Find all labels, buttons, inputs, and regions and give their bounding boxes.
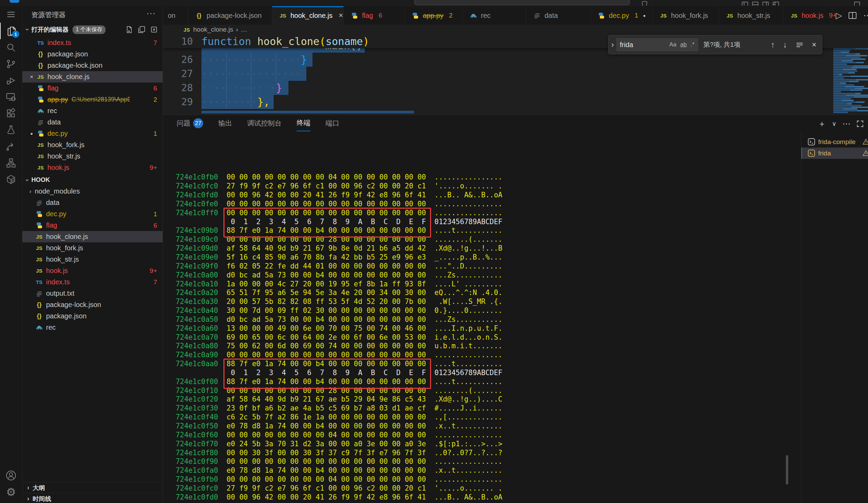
tab-hook-fork-js[interactable]: JShook_fork.js (653, 6, 719, 25)
activity-item-hierarchy[interactable] (0, 155, 22, 171)
find-in-selection-icon[interactable] (795, 41, 804, 49)
tree-item[interactable]: output.txt (22, 288, 163, 299)
panel-tab-端口[interactable]: 端口 (326, 115, 339, 131)
activity-item-settings[interactable]: ⚙ (0, 484, 22, 500)
open-editor-item[interactable]: ×JShook_clone.js (22, 71, 163, 83)
terminal-row: 724e1c0aa0 88 7f e0 1a 74 00 00 b4 00 00… (176, 360, 502, 369)
close-all-icon[interactable] (150, 26, 158, 33)
maximize-panel-icon[interactable] (856, 120, 864, 127)
tab-hook-clone-js[interactable]: JShook_clone.js× (272, 6, 344, 25)
open-editor-item[interactable]: JShook_str.js (22, 151, 163, 162)
tab-dec-py[interactable]: dec.py1● (591, 6, 653, 25)
open-editor-item[interactable]: flag6 (22, 83, 163, 94)
open-editor-item[interactable]: rec (22, 105, 163, 116)
tab-close-icon[interactable]: × (339, 11, 343, 20)
terminal-instance-frida-compile[interactable]: frida-compile (801, 136, 868, 147)
open-editor-item[interactable]: ●dec.py1 (22, 128, 163, 139)
terminal-scrollbar[interactable] (786, 455, 788, 484)
split-editor-icon[interactable] (848, 11, 857, 20)
tab-on[interactable]: on (163, 6, 188, 25)
open-editor-item[interactable]: JShook.js9+ (22, 162, 163, 173)
find-input[interactable] (616, 41, 658, 49)
tab-data[interactable]: data (526, 6, 591, 25)
tab-rec[interactable]: rec (463, 6, 526, 25)
sidebar-more-actions[interactable]: ··· (146, 8, 156, 18)
whole-word-icon[interactable]: ab (680, 41, 687, 48)
tree-item[interactable]: JShook_fork.js (22, 243, 163, 254)
open-editor-item[interactable]: {}package.json (22, 49, 163, 60)
open-editors-header[interactable]: › 打开的编辑器 1 个未保存 (22, 23, 163, 37)
run-file-icon[interactable]: ▷ (836, 11, 842, 20)
more-actions-icon[interactable]: ⋯ (863, 11, 868, 20)
tree-item[interactable]: {}package-lock.json (22, 299, 163, 310)
close-icon[interactable]: × (27, 74, 36, 81)
breadcrumb-file[interactable]: hook_clone.js (193, 26, 233, 33)
activity-item-package[interactable] (0, 171, 22, 188)
tree-item[interactable]: TSindex.ts7 (22, 276, 163, 288)
activity-item-account[interactable] (0, 467, 22, 484)
tab-hook-js[interactable]: JShook.js9+ (783, 6, 832, 25)
toggle-sidebar-icon[interactable] (742, 1, 749, 6)
timeline-section[interactable]: › 时间线 (22, 493, 163, 503)
find-input-box[interactable]: Aa ab .* (616, 38, 699, 52)
activity-item-menu[interactable] (0, 6, 22, 23)
tree-item[interactable]: ›node_modules (22, 186, 163, 197)
toggle-secondary-sidebar-icon[interactable] (762, 1, 770, 6)
code-line[interactable]: 27················ (163, 67, 868, 81)
tree-item[interactable]: JShook_str.js (22, 254, 163, 265)
open-editor-item[interactable]: {}package-lock.json (22, 60, 163, 71)
activity-item-testing[interactable] (0, 122, 22, 138)
breadcrumb-rest[interactable]: … (241, 26, 248, 33)
terminal-dropdown-icon[interactable]: ∨ (832, 120, 836, 127)
find-close-icon[interactable]: × (812, 40, 816, 50)
tab-hook-str-js[interactable]: JShook_str.js (719, 6, 783, 25)
open-editor-item[interactable]: TSindex.ts7 (22, 37, 163, 49)
breadcrumb[interactable]: JS hook_clone.js › … (163, 25, 868, 34)
tree-item[interactable]: rec (22, 322, 163, 333)
tab-flag[interactable]: flag6 (344, 6, 405, 25)
layout-customize-icon[interactable] (773, 1, 780, 6)
panel-tab-终端[interactable]: 终端 (297, 115, 310, 131)
tree-item[interactable]: flag6 (22, 220, 163, 231)
regex-icon[interactable]: .* (691, 41, 694, 48)
panel-tab-问题[interactable]: 问题27 (177, 115, 203, 131)
new-terminal-icon[interactable]: ＋ (818, 118, 826, 129)
toggle-panel-icon[interactable] (752, 1, 760, 6)
open-editor-item[interactable]: data (22, 116, 163, 128)
tree-item[interactable]: data (22, 197, 163, 208)
command-center[interactable] (414, 0, 630, 5)
window-icon[interactable] (854, 1, 861, 6)
tree-item[interactable]: dec.py1 (22, 208, 163, 220)
find-prev-icon[interactable]: ↑ (771, 40, 775, 50)
activity-item-remote-explorer[interactable] (0, 89, 22, 105)
folder-header-hook[interactable]: › HOOK (22, 174, 163, 186)
tab-package-lock-json[interactable]: {}package-lock.json (188, 6, 272, 25)
new-file-icon[interactable] (125, 26, 133, 33)
match-case-icon[interactable]: Aa (669, 41, 676, 48)
panel-tab-调试控制台[interactable]: 调试控制台 (247, 115, 281, 131)
open-editor-item[interactable]: JShook_fork.js (22, 139, 163, 151)
activity-item-live-share[interactable] (0, 138, 22, 155)
code-line[interactable]: 28············} (163, 81, 868, 95)
hexdump-bytes: 30 00 7d 00 09 ff 02 30 00 00 00 00 00 0… (218, 306, 502, 315)
panel-tab-输出[interactable]: 输出 (218, 115, 232, 131)
tree-item[interactable]: JShook.js9+ (22, 265, 163, 276)
find-expand-icon[interactable]: › (611, 40, 614, 50)
activity-item-explorer[interactable]: 1 (0, 23, 23, 39)
tree-item[interactable]: JShook_clone.js (22, 231, 163, 243)
save-all-icon[interactable] (138, 26, 145, 33)
find-next-icon[interactable]: ↓ (783, 40, 787, 50)
outline-section[interactable]: › 大纲 (22, 482, 163, 493)
more-actions-icon[interactable]: ⋯ (842, 119, 850, 129)
code-line[interactable]: 26················} (163, 53, 868, 67)
tree-item[interactable]: {}package.json (22, 310, 163, 322)
code-line[interactable]: 29·········}, (163, 95, 868, 109)
terminal-output[interactable]: 724e1c0fb0 00 00 00 00 00 00 00 00 04 00… (176, 137, 502, 503)
tab-app-py[interactable]: app.py2 (405, 6, 463, 25)
activity-item-run-debug[interactable] (0, 72, 22, 89)
terminal-instance-frida[interactable]: frida (801, 147, 868, 159)
activity-item-search[interactable] (0, 39, 22, 56)
activity-item-source-control[interactable] (0, 56, 22, 72)
activity-item-extensions[interactable] (0, 105, 22, 122)
open-editor-item[interactable]: app.pyC:\Users\28139\AppData...2 (22, 94, 163, 105)
